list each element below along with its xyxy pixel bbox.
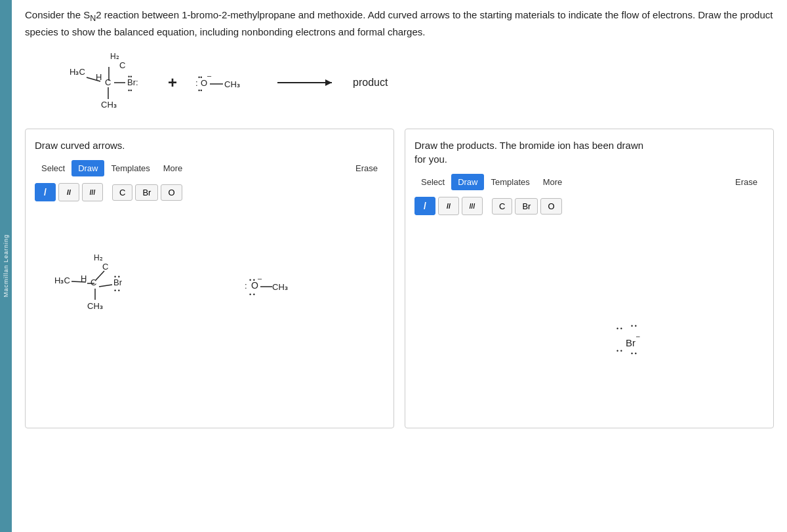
svg-text:• •: • • [631, 323, 637, 329]
single-bond-icon: / [44, 187, 47, 197]
svg-text:C: C [105, 77, 111, 87]
right-double-bond-button[interactable]: // [438, 197, 459, 215]
svg-text:CH₃: CH₃ [224, 79, 240, 89]
problem-text: Consider the SN2 reaction between 1-brom… [25, 8, 774, 39]
product-label: product [353, 77, 388, 89]
svg-line-32 [71, 281, 86, 282]
left-draw-button[interactable]: Draw [71, 160, 104, 176]
left-double-bond-button[interactable]: // [58, 183, 79, 201]
svg-text:• •: • • [249, 291, 255, 298]
left-bromine-button[interactable]: Br [135, 184, 158, 201]
svg-text:••: •• [128, 73, 132, 80]
right-panel-title-line1: Draw the products. The bromide ion has b… [414, 140, 643, 151]
svg-text:• •: • • [631, 350, 637, 357]
svg-text:CH₃: CH₃ [101, 100, 117, 110]
left-toolbar: Select Draw Templates More Erase [35, 160, 384, 176]
right-erase-button[interactable]: Erase [729, 174, 764, 190]
svg-marker-21 [325, 79, 332, 86]
right-triple-bond-icon: /// [470, 203, 475, 210]
right-carbon-button[interactable]: C [492, 198, 512, 215]
left-toolbar-nav: Select Draw Templates More [35, 160, 189, 176]
reaction-arrow [274, 75, 340, 91]
svg-text:C: C [91, 277, 96, 287]
svg-text:–: – [636, 333, 640, 340]
left-canvas[interactable]: H₃C H₂ C H C Br • • • • CH [35, 208, 384, 405]
svg-text:H₂: H₂ [110, 52, 119, 61]
svg-text:• •: • • [616, 325, 622, 332]
right-toolbar: Select Draw Templates More Erase [414, 174, 764, 190]
svg-text:H₃C: H₃C [70, 67, 85, 77]
right-double-bond-icon: // [447, 202, 451, 210]
left-panel-title: Draw curved arrows. [35, 138, 384, 152]
molecule-1-bromo-2-methylpropane: H₃C H₂ C H C Br: •• •• CH₃ [51, 50, 156, 115]
right-bromine-button[interactable]: Br [515, 198, 538, 215]
reaction-equation: H₃C H₂ C H C Br: •• •• CH₃ + [51, 50, 774, 115]
right-triple-bond-button[interactable]: /// [462, 197, 483, 215]
svg-text:C: C [119, 60, 125, 70]
left-bond-tools: / // /// C Br O [35, 183, 384, 201]
right-drawing-area[interactable]: • • Br – • • • • • • [414, 222, 729, 392]
svg-text:–: – [207, 72, 212, 79]
svg-line-33 [99, 285, 112, 287]
svg-text:• •: • • [249, 277, 255, 283]
right-templates-button[interactable]: Templates [484, 174, 536, 190]
left-more-button[interactable]: More [157, 160, 190, 176]
right-toolbar-nav: Select Draw Templates More [414, 174, 569, 190]
svg-text:• •: • • [114, 274, 120, 280]
svg-text:• •: • • [616, 348, 622, 354]
svg-text:• •: • • [114, 287, 120, 294]
triple-bond-icon: /// [90, 189, 95, 196]
svg-line-31 [96, 271, 104, 280]
left-oxygen-button[interactable]: O [161, 184, 182, 201]
right-single-bond-button[interactable]: / [414, 197, 435, 215]
right-draw-button[interactable]: Draw [451, 174, 484, 190]
double-bond-icon: // [67, 188, 71, 196]
left-panel: Draw curved arrows. Select Draw Template… [25, 129, 394, 428]
svg-text:••: •• [128, 87, 132, 94]
svg-text:••: •• [198, 87, 202, 94]
left-templates-button[interactable]: Templates [104, 160, 156, 176]
svg-text:CH₃: CH₃ [87, 301, 103, 311]
brand-text: Macmillan Learning [3, 234, 9, 297]
right-select-button[interactable]: Select [414, 174, 451, 190]
svg-text:CH₃: CH₃ [272, 282, 288, 292]
left-single-bond-button[interactable]: / [35, 183, 56, 201]
svg-text:H₂: H₂ [94, 253, 103, 262]
molecule-methoxide: : O – •• •• CH₃ [189, 60, 268, 106]
left-select-button[interactable]: Select [35, 160, 71, 176]
right-panel-title-line2: for you. [414, 153, 447, 165]
plus-sign: + [168, 73, 177, 92]
svg-text:••: •• [198, 74, 202, 81]
right-panel-title: Draw the products. The bromide ion has b… [414, 138, 764, 166]
left-triple-bond-button[interactable]: /// [82, 183, 103, 201]
panels-row: Draw curved arrows. Select Draw Template… [25, 129, 774, 428]
svg-text::: : [245, 281, 247, 291]
left-drawing-area[interactable]: H₃C H₂ C H C Br • • • • CH [35, 208, 376, 392]
svg-text:H₃C: H₃C [54, 276, 70, 285]
svg-text:Br: Br [626, 337, 636, 348]
right-single-bond-icon: / [424, 201, 426, 211]
left-erase-button[interactable]: Erase [349, 160, 384, 176]
left-carbon-button[interactable]: C [112, 184, 132, 201]
sidebar-brand: Macmillan Learning [0, 0, 12, 532]
svg-text:–: – [258, 274, 262, 282]
right-oxygen-button[interactable]: O [540, 198, 561, 215]
right-more-button[interactable]: More [536, 174, 569, 190]
right-panel: Draw the products. The bromide ion has b… [405, 129, 774, 428]
right-bond-tools: / // /// C Br O [414, 197, 764, 215]
svg-text:C: C [102, 262, 108, 272]
right-canvas[interactable]: • • Br – • • • • • • [414, 222, 764, 419]
